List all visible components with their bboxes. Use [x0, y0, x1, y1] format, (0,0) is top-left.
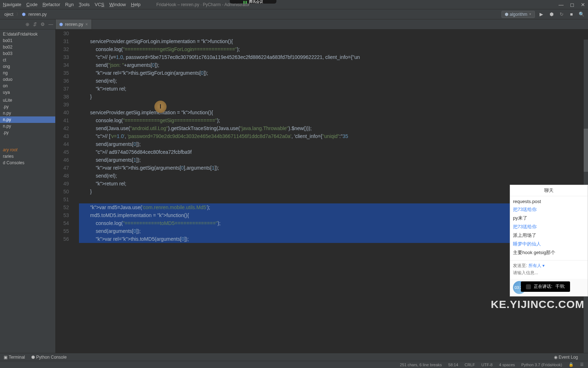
python-file-icon: ⬢ — [22, 12, 25, 17]
speaker-name: 千羽; — [555, 284, 565, 290]
tree-lib-root[interactable]: ary root — [0, 147, 55, 153]
status-pos: 58:14 — [448, 363, 458, 367]
chat-messages[interactable]: requests.post把73送给你py来了把73送给你派上用场了睡梦中的仙人… — [510, 196, 588, 260]
run-button[interactable]: ▶ — [538, 11, 545, 18]
hector-icon[interactable]: ☰ — [580, 362, 584, 367]
menu-tools[interactable]: Tools — [79, 2, 89, 7]
cursor-indicator: I — [154, 101, 167, 113]
chat-input[interactable] — [513, 269, 585, 277]
tab-label: renren.py — [65, 22, 83, 27]
speaking-bar: 正在讲话: 千羽; — [521, 281, 570, 292]
tree-item[interactable]: bo03 — [0, 50, 55, 57]
tree-item[interactable]: on — [0, 83, 55, 89]
toolbar: oject 〉 ⬢ renren.py ⬢ algorithm ▼ ▶ ⬢ ↻ … — [0, 9, 588, 19]
chevron-down-icon: ▼ — [529, 13, 532, 16]
watermark: KE.YIJINCC.COM — [491, 298, 584, 310]
maximize-button[interactable]: ◻ — [570, 2, 574, 8]
file-tab-renren[interactable]: ⬢ renren.py × — [56, 19, 92, 29]
chat-message: requests.post — [513, 198, 585, 205]
sendto-target[interactable]: 所有人 ▾ — [528, 263, 545, 268]
project-tree[interactable]: E:\data\FridaHook bo01bo02bo03ctongngodu… — [0, 29, 55, 354]
menu-run[interactable]: Run — [65, 2, 74, 7]
signal-icon: ▮▮ — [243, 0, 247, 4]
menu-code[interactable]: Code — [26, 2, 37, 7]
breadcrumb-sep: 〉 — [16, 11, 20, 17]
chat-message: py来了 — [513, 214, 585, 222]
tree-item[interactable]: ct — [0, 57, 55, 63]
menu-vcs[interactable]: VCS — [95, 2, 104, 7]
sendto-label: 发送至: — [513, 263, 527, 268]
tree-item[interactable]: n.py — [0, 110, 55, 116]
tree-item[interactable]: ng — [0, 70, 55, 76]
python-file-icon: ⬢ — [59, 22, 63, 27]
close-button[interactable]: ✕ — [581, 2, 585, 8]
tree-item[interactable]: uLite — [0, 97, 55, 104]
menu-help[interactable]: Help — [131, 2, 141, 7]
collapse-icon[interactable]: ⇵ — [33, 22, 37, 27]
gear-icon[interactable]: ⚙ — [41, 22, 45, 27]
meeting-app-name: 腾讯会议 — [249, 0, 263, 4]
breadcrumb-project[interactable]: oject — [3, 11, 15, 18]
tree-root[interactable]: E:\data\FridaHook — [0, 31, 55, 37]
chat-message: 睡梦中的仙人 — [513, 240, 585, 248]
hide-icon[interactable]: — — [48, 22, 53, 27]
python-console-tab[interactable]: ⬢ Python Console — [31, 355, 66, 360]
coverage-button[interactable]: ↻ — [558, 11, 565, 18]
tab-bar: ⬢ renren.py × — [56, 19, 588, 29]
breadcrumb: oject 〉 ⬢ renren.py — [3, 11, 48, 18]
tree-item[interactable]: uya — [0, 89, 55, 96]
tree-item[interactable]: bo02 — [0, 44, 55, 50]
run-config-icon: ⬢ — [505, 12, 508, 17]
status-indent[interactable]: 4 spaces — [499, 363, 515, 367]
chat-message: 把73送给你 — [513, 222, 585, 231]
status-bar: 251 chars, 6 line breaks 58:14 CRLF UTF-… — [0, 361, 588, 368]
tree-item[interactable]: .py — [0, 129, 55, 136]
tree-scratch[interactable]: d Consoles — [0, 160, 55, 166]
status-interpreter[interactable]: Python 3.7 (FridaHook) — [521, 363, 562, 367]
speaking-label: 正在讲话: — [534, 284, 552, 290]
status-crlf[interactable]: CRLF — [465, 363, 475, 367]
gutter: 3031323334353637383940414243444546474849… — [56, 29, 75, 354]
chat-title: 聊天 — [510, 185, 588, 196]
debug-button[interactable]: ⬢ — [548, 11, 555, 18]
window-title: FridaHook – renren.py · PyCharm - Admini… — [157, 2, 559, 7]
breadcrumb-file[interactable]: renren.py — [27, 11, 48, 18]
menu-refactor[interactable]: Refactor — [42, 2, 60, 7]
mic-icon — [526, 284, 531, 289]
menu-window[interactable]: Window — [109, 2, 126, 7]
terminal-tab[interactable]: ▣ Terminal — [4, 355, 25, 360]
locate-icon[interactable]: ⊕ — [25, 22, 29, 27]
run-config-selector[interactable]: ⬢ algorithm ▼ — [501, 11, 535, 18]
project-sidebar: ⊕ ⇵ ⚙ — E:\data\FridaHook bo01bo02bo03ct… — [0, 19, 56, 354]
event-log-button[interactable]: ◉ Event Log — [554, 355, 578, 360]
run-config-name: algorithm — [510, 12, 527, 17]
close-tab-icon[interactable]: × — [85, 22, 88, 27]
chat-message: 主要hook getsig那个 — [513, 248, 585, 257]
chat-message: 把73送给你 — [513, 205, 585, 214]
status-encoding[interactable]: UTF-8 — [481, 363, 493, 367]
scrollbar-thumb[interactable] — [584, 129, 588, 172]
titlebar: Navigate Code Refactor Run Tools VCS Win… — [0, 0, 588, 9]
chat-message: 派上用场了 — [513, 231, 585, 240]
tree-item[interactable]: n.py — [0, 116, 55, 123]
meeting-overlay: ▮▮ 腾讯会议 — [230, 0, 276, 4]
chat-panel: 聊天 requests.post把73送给你py来了把73送给你派上用场了睡梦中… — [510, 185, 588, 296]
lock-icon[interactable]: 🔒 — [569, 362, 574, 367]
tree-item[interactable]: .py — [0, 104, 55, 110]
tree-item[interactable]: bo01 — [0, 37, 55, 44]
minimize-button[interactable]: — — [559, 2, 564, 8]
bottom-toolbar: ▣ Terminal ⬢ Python Console ◉ Event Log — [0, 353, 588, 361]
tree-item[interactable]: n.py — [0, 123, 55, 129]
tree-scratch[interactable]: raries — [0, 153, 55, 160]
tree-item[interactable]: oduo — [0, 76, 55, 83]
menu-navigate[interactable]: Navigate — [3, 2, 21, 7]
tree-item[interactable]: ong — [0, 63, 55, 70]
stop-button: ■ — [568, 11, 575, 18]
status-chars: 251 chars, 6 line breaks — [400, 363, 442, 367]
search-button[interactable]: 🔍 — [578, 11, 585, 18]
